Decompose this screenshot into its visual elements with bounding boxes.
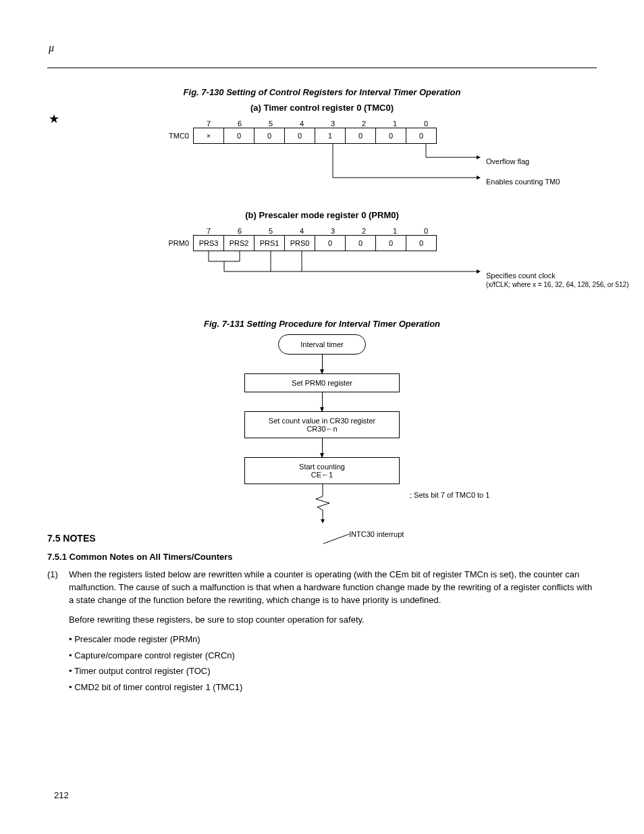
reg-cell: 0 (406, 128, 437, 144)
callout-clock-sub: (x/fCLK; where x = 16, 32, 64, 128, 256,… (486, 281, 629, 288)
note-text: When the registers listed below are rewr… (69, 569, 597, 607)
mu-symbol: μ (49, 42, 54, 54)
flow-note-tmc0: ; Sets bit 7 of TMC0 to 1 (410, 491, 531, 499)
bit-num: 5 (255, 227, 286, 235)
flow-text: Start counting (299, 463, 345, 471)
bit-num: 4 (286, 120, 317, 128)
bit-num: 7 (193, 227, 224, 235)
svg-marker-20 (321, 519, 325, 523)
callout-overflow: Overflow flag (486, 157, 529, 165)
fig-130a-subcaption: (a) Timer control register 0 (TMC0) (47, 103, 597, 113)
arrow-down-icon (322, 355, 323, 373)
svg-line-21 (323, 534, 349, 544)
flowchart: Interval timer Set PRM0 register Set cou… (221, 334, 423, 517)
bullet-list: Prescaler mode register (PRMn) Capture/c… (69, 631, 597, 695)
subsection-heading: 7.5.1 Common Notes on All Timers/Counter… (47, 552, 597, 562)
flow-start: Interval timer (278, 334, 366, 355)
list-item: Prescaler mode register (PRMn) (69, 631, 597, 647)
list-item: Timer output control register (TOC) (69, 663, 597, 679)
header-divider (47, 68, 597, 68)
reg-cell: 1 (315, 128, 346, 144)
svg-marker-2 (477, 155, 481, 159)
bit-num: 5 (255, 120, 286, 128)
star-icon: ★ (49, 111, 59, 126)
reg-cell: PRS2 (223, 235, 254, 251)
arrow-down-icon (322, 392, 323, 411)
reg-cell: PRS0 (284, 235, 315, 251)
reg-cell: 0 (375, 235, 406, 251)
zig-line (322, 484, 323, 517)
list-item: CMD2 bit of timer control register 1 (TM… (69, 679, 597, 695)
bit-num: 7 (193, 120, 224, 128)
reg-cell: 0 (223, 128, 254, 144)
reg-cell: 0 (375, 128, 406, 144)
reg-cell: 0 (345, 128, 376, 144)
reg-cell: 0 (284, 128, 315, 144)
page-number: 212 (54, 790, 69, 800)
bit-num: 3 (317, 227, 348, 235)
svg-line-16 (316, 499, 329, 503)
svg-marker-5 (477, 176, 481, 180)
flow-step-prm0: Set PRM0 register (244, 373, 400, 392)
arrow-down-icon (322, 438, 323, 457)
fig-130b-subcaption: (b) Prescaler mode register 0 (PRM0) (47, 210, 597, 220)
callout-clock: Specifies count clock (486, 271, 556, 280)
bit-num: 6 (224, 120, 255, 128)
note-text: Before rewriting these registers, be sur… (69, 614, 597, 627)
bit-num: 1 (379, 120, 410, 128)
callout-enable: Enables counting TM0 (486, 178, 560, 186)
flow-text: Set count value in CR30 register (269, 417, 375, 425)
bit-num: 0 (410, 120, 441, 128)
reg-label-prm0: PRM0 (162, 239, 193, 247)
reg-label-tmc0: TMC0 (162, 132, 193, 140)
svg-line-15 (316, 496, 323, 499)
flow-text: CR30←n (306, 425, 337, 433)
flow-step-cr30: Set count value in CR30 register CR30←n (244, 411, 400, 438)
reg-cell: 0 (254, 128, 285, 144)
note-item: (1) When the registers listed below are … (47, 569, 597, 607)
prm0-register-diagram: 7 6 5 4 3 2 1 0 PRM0 PRS3 PRS2 PRS1 PRS0… (162, 227, 635, 288)
reg-cell: PRS1 (254, 235, 285, 251)
svg-line-18 (317, 507, 323, 510)
bit-num: 4 (286, 227, 317, 235)
svg-marker-13 (477, 269, 481, 273)
bit-num: 1 (379, 227, 410, 235)
reg-cell: 0 (345, 235, 376, 251)
reg-cell: PRS3 (193, 235, 224, 251)
svg-line-17 (317, 503, 329, 507)
reg-cell: 0 (315, 235, 346, 251)
bit-num: 0 (410, 227, 441, 235)
reg-cell: × (193, 128, 224, 144)
flow-text: CE←1 (311, 471, 333, 479)
note-num: (1) (47, 569, 69, 607)
bit-num: 2 (348, 227, 379, 235)
flow-step-start: Start counting CE←1 (244, 457, 400, 484)
list-item: Capture/compare control register (CRCn) (69, 648, 597, 663)
tmc0-register-diagram: 7 6 5 4 3 2 1 0 TMC0 × 0 0 0 1 0 0 0 Ove… (162, 120, 635, 191)
reg-cell: 0 (406, 235, 437, 251)
bit-num: 3 (317, 120, 348, 128)
fig-130-caption: Fig. 7-130 Setting of Control Registers … (47, 87, 597, 97)
bit-num: 2 (348, 120, 379, 128)
fig-131-caption: Fig. 7-131 Setting Procedure for Interva… (47, 319, 597, 329)
bit-num: 6 (224, 227, 255, 235)
